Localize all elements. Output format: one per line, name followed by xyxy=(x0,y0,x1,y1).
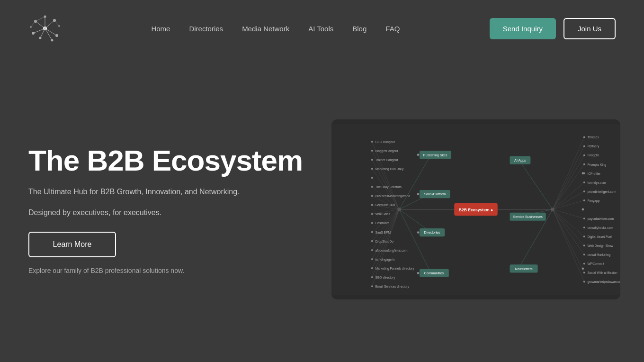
svg-text:Communities: Communities xyxy=(424,272,444,275)
header-actions: Send Inquiry Join Us xyxy=(490,18,616,39)
nav-directories[interactable]: Directories xyxy=(189,25,223,33)
hero-explore-text: Explore our family of B2B professional s… xyxy=(28,267,313,274)
svg-point-84 xyxy=(583,199,585,201)
svg-point-89 xyxy=(583,253,585,255)
join-us-button[interactable]: Join Us xyxy=(564,18,616,39)
svg-text:BusinessMarketingWorld: BusinessMarketingWorld xyxy=(375,194,410,198)
svg-point-133 xyxy=(417,193,420,195)
svg-point-136 xyxy=(582,208,584,211)
svg-text:SaaS BPM: SaaS BPM xyxy=(375,231,391,234)
svg-line-17 xyxy=(31,21,36,27)
svg-text:Publishing Sites: Publishing Sites xyxy=(423,154,447,157)
header: B2B ECOSYSTEM Home Directories Media Net… xyxy=(0,0,644,57)
svg-point-79 xyxy=(583,154,585,156)
hero-title: The B2B Ecosystem xyxy=(28,145,313,177)
svg-point-91 xyxy=(583,272,585,274)
svg-line-11 xyxy=(45,20,54,28)
svg-text:Fonyapp: Fonyapp xyxy=(587,199,599,203)
svg-text:Marketing Funnels directory: Marketing Funnels directory xyxy=(375,267,414,271)
svg-point-60 xyxy=(371,141,373,143)
svg-point-71 xyxy=(371,240,373,242)
svg-point-67 xyxy=(371,204,373,206)
b2b-ecosystem-logo: B2B ECOSYSTEM xyxy=(28,12,62,45)
svg-point-61 xyxy=(371,150,373,152)
svg-point-130 xyxy=(582,172,584,174)
svg-text:SelfMadeClub: SelfMadeClub xyxy=(375,203,395,207)
svg-point-142 xyxy=(582,267,584,270)
svg-point-82 xyxy=(583,181,585,183)
svg-text:iamdingage.tv: iamdingage.tv xyxy=(375,258,395,262)
svg-point-90 xyxy=(583,262,585,264)
svg-text:The Daily Creators: The Daily Creators xyxy=(375,185,402,189)
svg-text:HostMove: HostMove xyxy=(375,221,389,225)
svg-text:SEO-directory: SEO-directory xyxy=(375,276,395,280)
nav-faq[interactable]: FAQ xyxy=(385,25,400,33)
svg-point-80 xyxy=(583,163,585,165)
svg-text:Social With a Mission: Social With a Mission xyxy=(587,271,617,274)
svg-point-76 xyxy=(371,285,373,287)
svg-point-87 xyxy=(583,235,585,237)
svg-text:Refinery: Refinery xyxy=(587,145,599,148)
svg-text:funnelyz.com: funnelyz.com xyxy=(587,181,606,185)
svg-text:crowdlyhocks.com: crowdlyhocks.com xyxy=(587,226,613,230)
svg-point-63 xyxy=(371,168,373,170)
svg-point-66 xyxy=(371,195,373,197)
ecosystem-map: CEO Hangout BloggerHangout Trainer Hango… xyxy=(331,119,620,299)
nav-blog[interactable]: Blog xyxy=(352,25,367,33)
svg-point-148 xyxy=(397,208,401,211)
svg-point-75 xyxy=(371,276,373,278)
svg-point-127 xyxy=(417,154,420,156)
svg-point-92 xyxy=(583,281,585,283)
svg-point-64 xyxy=(371,177,373,179)
svg-point-69 xyxy=(371,222,373,224)
main-content: The B2B Ecosystem The Ultimate Hub for B… xyxy=(0,57,644,362)
nav-home[interactable]: Home xyxy=(151,25,170,33)
main-nav: Home Directories Media Network AI Tools … xyxy=(151,25,400,33)
svg-point-85 xyxy=(583,217,585,219)
hero-section: The B2B Ecosystem The Ultimate Hub for B… xyxy=(28,145,313,274)
svg-line-13 xyxy=(45,28,57,36)
svg-line-16 xyxy=(45,28,52,40)
hero-subtitle: The Ultimate Hub for B2B Growth, Innovat… xyxy=(28,186,313,198)
svg-point-139 xyxy=(417,231,420,234)
send-inquiry-button[interactable]: Send Inquiry xyxy=(490,18,556,39)
svg-point-88 xyxy=(583,244,585,246)
svg-point-74 xyxy=(371,267,373,269)
svg-point-65 xyxy=(371,186,373,188)
svg-text:B2B Ecosystem ●: B2B Ecosystem ● xyxy=(459,208,493,212)
nav-ai-tools[interactable]: AI Tools xyxy=(308,25,333,33)
svg-text:Digital Asset Fuel: Digital Asset Fuel xyxy=(587,235,612,239)
svg-text:growmarketpadawan.com: growmarketpadawan.com xyxy=(587,280,620,284)
svg-text:Prompts King: Prompts King xyxy=(587,163,606,167)
svg-text:DropShopDo: DropShopDo xyxy=(375,240,394,244)
logo-area: B2B ECOSYSTEM xyxy=(28,12,62,45)
hero-description: Designed by executives, for executives. xyxy=(28,207,313,218)
svg-text:Viral Sales: Viral Sales xyxy=(375,212,390,216)
svg-text:Trainer Hangout: Trainer Hangout xyxy=(375,158,398,162)
svg-point-78 xyxy=(583,145,585,147)
svg-text:AI Apps: AI Apps xyxy=(514,159,526,163)
svg-point-62 xyxy=(371,159,373,161)
svg-point-70 xyxy=(371,231,373,233)
svg-text:Service Businesses: Service Businesses xyxy=(513,215,543,219)
svg-point-149 xyxy=(551,208,555,211)
svg-point-73 xyxy=(371,258,373,260)
svg-text:Web Design Show: Web Design Show xyxy=(587,244,613,248)
svg-text:Email Services directory: Email Services directory xyxy=(375,285,409,289)
svg-text:Fongchi: Fongchi xyxy=(587,154,599,157)
svg-line-10 xyxy=(36,21,45,28)
svg-text:ICProfiler: ICProfiler xyxy=(587,172,601,175)
svg-point-77 xyxy=(583,136,585,138)
svg-text:SaaS/Platform: SaaS/Platform xyxy=(424,192,446,196)
svg-point-83 xyxy=(583,190,585,192)
svg-text:CEO Hangout: CEO Hangout xyxy=(375,140,395,144)
svg-text:Marketing Hub Daily: Marketing Hub Daily xyxy=(375,167,404,171)
svg-point-72 xyxy=(371,249,373,251)
svg-text:BloggerHangout: BloggerHangout xyxy=(375,149,398,153)
svg-text:Threads: Threads xyxy=(587,136,599,139)
nav-media-network[interactable]: Media Network xyxy=(242,25,289,33)
svg-text:Directories: Directories xyxy=(424,231,440,235)
svg-line-18 xyxy=(54,20,59,26)
learn-more-button[interactable]: Learn More xyxy=(28,232,116,257)
svg-point-145 xyxy=(417,272,420,274)
